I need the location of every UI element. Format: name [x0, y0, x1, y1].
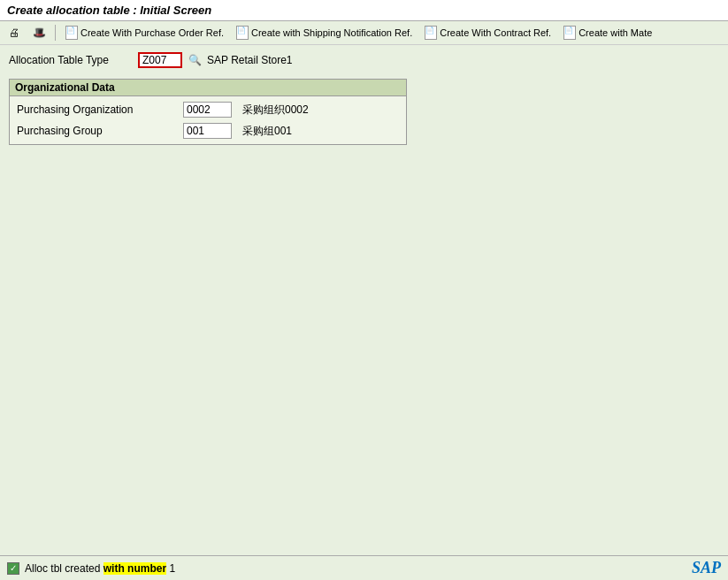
doc-icon-1: 📄	[65, 26, 78, 40]
org-data-header: Organizational Data	[10, 80, 406, 96]
alloc-type-description: SAP Retail Store1	[207, 54, 293, 66]
title-bar: Create allocation table : Initial Screen	[0, 0, 728, 21]
alloc-type-search-icon[interactable]: 🔍	[188, 54, 202, 66]
status-highlight: with number	[103, 562, 166, 575]
status-text: Alloc tbl created with number 1	[25, 562, 175, 575]
status-bar: ✓ Alloc tbl created with number 1 SAP	[0, 555, 728, 580]
purchasing-org-input[interactable]	[183, 102, 232, 118]
hat-icon[interactable]: 🎩	[30, 24, 48, 42]
alloc-type-label: Allocation Table Type	[9, 54, 133, 66]
doc-icon-4: 📄	[563, 26, 576, 40]
toolbar: 🖨 🎩 📄 Create With Purchase Order Ref. 📄 …	[0, 21, 728, 45]
purchasing-org-description: 采购组织0002	[242, 103, 309, 118]
doc-icon-3: 📄	[425, 26, 437, 40]
org-data-body: Purchasing Organization 采购组织0002 Purchas…	[10, 96, 406, 144]
alloc-type-row: Allocation Table Type 🔍 SAP Retail Store…	[9, 52, 719, 68]
create-contract-ref-button[interactable]: 📄 Create With Contract Ref.	[422, 25, 554, 41]
purchasing-group-description: 采购组001	[242, 124, 292, 139]
status-left: ✓ Alloc tbl created with number 1	[7, 562, 175, 575]
alloc-type-input[interactable]	[138, 52, 182, 68]
status-text-prefix: Alloc tbl created	[25, 562, 103, 575]
purchasing-org-row: Purchasing Organization 采购组织0002	[17, 102, 399, 118]
status-text-suffix: 1	[166, 562, 175, 575]
purchasing-group-label: Purchasing Group	[17, 125, 176, 137]
content-area: Allocation Table Type 🔍 SAP Retail Store…	[0, 45, 728, 555]
separator-1	[55, 25, 56, 41]
create-mate-ref-button[interactable]: 📄 Create with Mate	[561, 25, 655, 41]
doc-icon-2: 📄	[236, 26, 249, 40]
create-po-ref-button[interactable]: 📄 Create With Purchase Order Ref.	[63, 25, 226, 41]
purchasing-group-row: Purchasing Group 采购组001	[17, 123, 399, 139]
status-checkbox: ✓	[7, 562, 19, 575]
printer-icon[interactable]: 🖨	[5, 24, 23, 42]
sap-logo: SAP	[692, 559, 721, 577]
page-title: Create allocation table : Initial Screen	[7, 4, 211, 17]
purchasing-group-input[interactable]	[183, 123, 232, 139]
org-data-box: Organizational Data Purchasing Organizat…	[9, 79, 407, 145]
create-ship-ref-button[interactable]: 📄 Create with Shipping Notification Ref.	[234, 25, 415, 41]
purchasing-org-label: Purchasing Organization	[17, 103, 176, 116]
